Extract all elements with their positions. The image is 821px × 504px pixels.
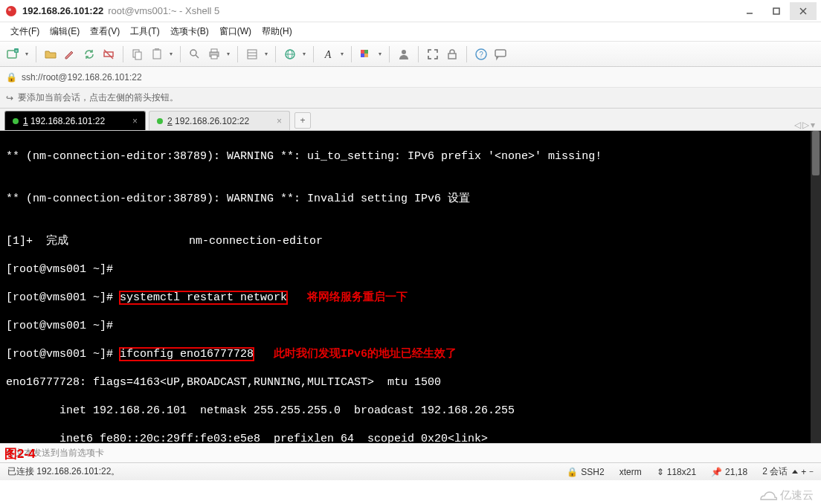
status-connection: 已连接 192.168.26.101:22。 [7,465,120,478]
user-icon[interactable] [396,46,412,62]
titlebar: 192.168.26.101:22 root@vms001:~ - Xshell… [0,0,821,22]
dropdown-icon[interactable]: ▾ [24,51,30,57]
dropdown-icon[interactable]: ▾ [339,51,345,57]
svg-text:?: ? [479,51,483,59]
chat-icon[interactable] [492,46,509,62]
status-term: xterm [619,467,642,477]
print-icon[interactable] [206,46,222,62]
dropdown-icon[interactable]: ▾ [377,51,383,57]
terminal[interactable]: ** (nm-connection-editor:38789): WARNING… [0,131,821,443]
svg-rect-3 [773,8,779,14]
svg-rect-29 [361,54,364,57]
open-icon[interactable] [42,46,59,62]
svg-rect-19 [211,55,217,59]
svg-point-1 [8,8,11,11]
terminal-scrollbar[interactable] [811,131,821,443]
status-cursor-pos: 📌 21,18 [711,467,747,477]
menu-view[interactable]: 查看(V) [86,23,124,40]
tab-menu-icon[interactable]: ▾ [811,120,815,130]
menu-edit[interactable]: 编辑(E) [45,23,84,40]
dropdown-icon[interactable]: ▾ [263,51,269,57]
edit-icon[interactable] [62,46,78,62]
menu-tools[interactable]: 工具(T) [126,23,164,40]
colors-icon[interactable] [358,46,374,62]
svg-point-0 [6,6,16,16]
find-icon[interactable] [187,46,203,62]
compose-bar[interactable]: 将文本发送到当前选项卡 图2-4 [0,443,821,462]
properties-icon[interactable] [244,46,260,62]
toolbar: + ▾ ▾ ▾ ▾ ▾ A ▾ ▾ ? [0,42,821,67]
fullscreen-icon[interactable] [425,46,441,62]
help-icon[interactable]: ? [473,46,489,62]
terminal-line: [root@vms001 ~]# ifconfig eno16777728 此时… [6,347,815,361]
address-bar[interactable]: 🔒 ssh://root@192.168.26.101:22 [0,67,821,88]
tab-scroll-left-icon[interactable]: ◁ [794,120,801,130]
hint-bar: ↪ 要添加当前会话，点击左侧的箭头按钮。 [0,88,821,109]
address-url: ssh://root@192.168.26.101:22 [22,72,142,83]
svg-line-16 [196,55,199,58]
menubar: 文件(F) 编辑(E) 查看(V) 工具(T) 选项卡(B) 窗口(W) 帮助(… [0,22,821,42]
status-dot-icon [157,118,163,124]
dropdown-icon[interactable]: ▾ [168,51,174,57]
terminal-line: inet 192.168.26.101 netmask 255.255.255.… [6,404,815,418]
globe-icon[interactable] [282,46,298,62]
paste-icon[interactable] [149,46,165,62]
tab-close-icon[interactable]: × [132,116,138,126]
svg-rect-32 [448,54,456,59]
svg-rect-20 [248,50,257,59]
menu-help[interactable]: 帮助(H) [257,23,297,40]
highlighted-command: ifconfig eno16777728 [120,348,254,361]
svg-text:+: + [15,48,18,53]
svg-rect-13 [153,50,161,59]
status-protocol: 🔒 SSH2 [567,467,604,477]
hint-arrow-icon[interactable]: ↪ [6,93,13,103]
status-bar: 已连接 192.168.26.101:22。 🔒 SSH2 xterm ⇕ 11… [0,462,821,480]
tab-scroll-right-icon[interactable]: ▷ [802,120,809,130]
lock-icon: 🔒 [6,72,17,83]
new-session-icon[interactable]: + [4,46,21,62]
disconnect-icon[interactable] [100,46,117,62]
terminal-line: eno16777728: flags=4163<UP,BROADCAST,RUN… [6,375,815,390]
svg-text:A: A [324,49,332,60]
tab-close-icon[interactable]: × [277,116,282,126]
svg-rect-27 [361,50,364,54]
menu-file[interactable]: 文件(F) [6,23,44,40]
app-icon [4,4,18,18]
lock-icon[interactable] [444,46,460,62]
dropdown-icon[interactable]: ▾ [225,51,231,57]
close-button[interactable] [790,2,817,20]
svg-line-10 [104,50,113,59]
svg-rect-14 [155,48,159,51]
terminal-line: [1]+ 完成 nm-connection-editor [6,234,815,248]
minimize-button[interactable] [736,2,763,20]
highlighted-command: systemctl restart network [120,291,287,304]
svg-rect-28 [364,50,368,54]
dropdown-icon[interactable]: ▾ [301,51,307,57]
tab-session-1[interactable]: 1 192.168.26.101:22 × [4,111,146,130]
terminal-line: ** (nm-connection-editor:38789): WARNING… [6,149,815,164]
window-title-sub: root@vms001:~ - Xshell 5 [108,5,219,16]
annotation-text: 此时我们发现IPv6的地址已经生效了 [254,348,457,361]
terminal-line: ** (nm-connection-editor:38789): WARNING… [6,192,815,206]
svg-rect-35 [495,50,506,56]
font-icon[interactable]: A [320,46,336,62]
reconnect-icon[interactable] [81,46,97,62]
terminal-line: [root@vms001 ~]# systemctl restart netwo… [6,291,815,305]
svg-rect-30 [364,54,368,57]
status-dot-icon [13,118,19,124]
add-tab-button[interactable]: + [294,112,311,129]
status-sessions[interactable]: 2 会话 + − [762,465,814,478]
maximize-button[interactable] [763,2,790,20]
tab-strip: 1 192.168.26.101:22 × 2 192.168.26.102:2… [0,109,821,131]
tab-session-2[interactable]: 2 192.168.26.102:22 × [149,111,290,130]
menu-window[interactable]: 窗口(W) [215,23,256,40]
watermark: 亿速云 [758,488,814,503]
terminal-line: inet6 fe80::20c:29ff:fe03:e5e8 prefixlen… [6,432,815,443]
status-size: ⇕ 118x21 [657,467,696,477]
copy-icon[interactable] [129,46,146,62]
svg-rect-18 [211,49,217,52]
menu-tab[interactable]: 选项卡(B) [166,23,213,40]
svg-point-31 [402,50,406,54]
svg-rect-12 [135,52,141,59]
terminal-line: [root@vms001 ~]# [6,319,815,333]
